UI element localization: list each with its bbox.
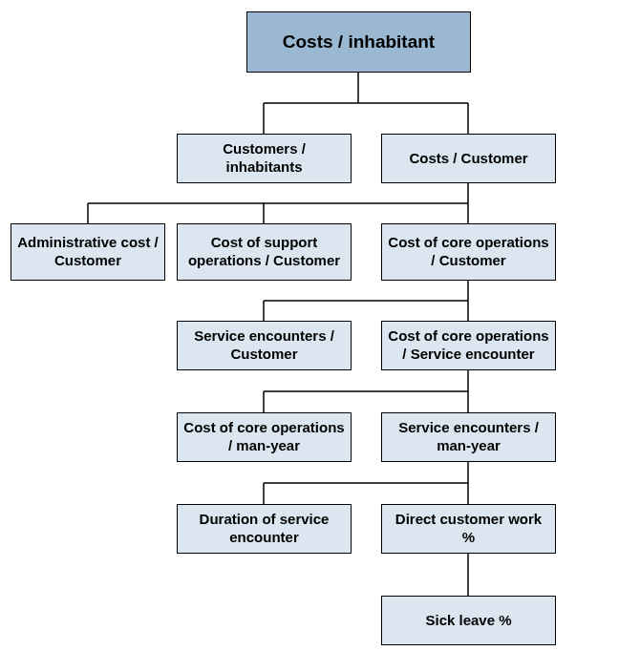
node-costs-customer: Costs / Customer — [381, 134, 556, 183]
node-admin-cost-customer: Administrative cost / Customer — [11, 223, 165, 281]
label: Cost of core operations / Customer — [388, 234, 549, 270]
label: Costs / inhabitant — [283, 31, 435, 53]
label: Cost of support operations / Customer — [183, 234, 345, 270]
node-core-ops-service-encounter: Cost of core operations / Service encoun… — [381, 321, 556, 370]
node-support-ops-customer: Cost of support operations / Customer — [177, 223, 352, 281]
node-service-encounters-manyear: Service encounters / man-year — [381, 412, 556, 462]
node-sick-leave: Sick leave % — [381, 596, 556, 645]
label: Administrative cost / Customer — [17, 234, 159, 270]
node-customers-inhabitants: Customers / inhabitants — [177, 134, 352, 183]
label: Sick leave % — [425, 612, 511, 630]
label: Cost of core operations / Service encoun… — [388, 327, 549, 364]
label: Costs / Customer — [409, 150, 527, 168]
label: Cost of core operations / man-year — [183, 419, 345, 455]
label: Service encounters / man-year — [388, 419, 549, 455]
label: Customers / inhabitants — [183, 140, 345, 177]
label: Duration of service encounter — [183, 511, 345, 547]
node-service-encounters-customer: Service encounters / Customer — [177, 321, 352, 370]
node-duration-encounter: Duration of service encounter — [177, 504, 352, 554]
label: Direct customer work % — [388, 511, 549, 547]
node-core-ops-manyear: Cost of core operations / man-year — [177, 412, 352, 462]
node-direct-customer-work: Direct customer work % — [381, 504, 556, 554]
node-core-ops-customer: Cost of core operations / Customer — [381, 223, 556, 281]
label: Service encounters / Customer — [183, 327, 345, 364]
node-costs-inhabitant: Costs / inhabitant — [246, 11, 471, 73]
